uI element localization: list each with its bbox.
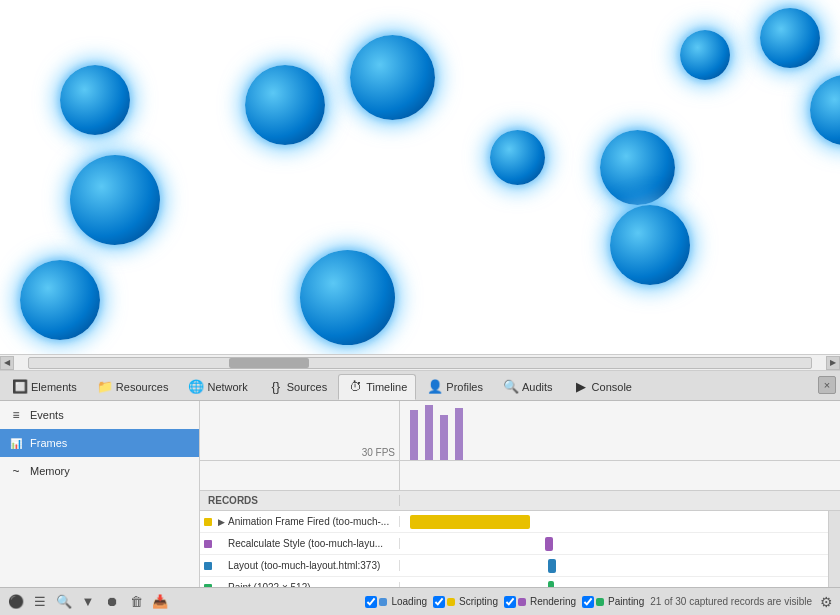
frames-canvas: [400, 401, 840, 460]
trash-button[interactable]: 🗑: [125, 591, 147, 613]
scroll-left-arrow[interactable]: ◀: [0, 356, 14, 370]
records-header-label: RECORDS: [200, 495, 400, 506]
bubble: [70, 155, 160, 245]
record-bar: [548, 581, 554, 587]
elements-icon: 🔲: [12, 379, 28, 395]
bubble: [680, 30, 730, 80]
record-color-indicator: [204, 562, 212, 570]
tab-profiles[interactable]: 👤Profiles: [418, 374, 492, 400]
filter-checkbox-rendering[interactable]: [504, 596, 516, 608]
filter-scripting[interactable]: Scripting: [433, 596, 498, 608]
memory-left: [200, 461, 400, 490]
filter-checkbox-painting[interactable]: [582, 596, 594, 608]
bubble: [760, 8, 820, 68]
sidebar-item-memory[interactable]: ~ Memory: [0, 457, 199, 485]
record-row[interactable]: Recalculate Style (too-much-layu...: [200, 533, 828, 555]
tab-console-label: Console: [592, 381, 632, 393]
devtools-close-button[interactable]: ×: [818, 376, 836, 394]
console-icon: ▶: [573, 379, 589, 395]
filter-label-scripting: Scripting: [459, 596, 498, 607]
memory-icon: ~: [8, 463, 24, 479]
record-expand-toggle: [216, 561, 226, 571]
left-sidebar: ≡ Events 📊 Frames ~ Memory: [0, 401, 200, 587]
records-wrapper: ▶Animation Frame Fired (too-much-...Reca…: [200, 511, 840, 587]
record-color-indicator: [204, 518, 212, 526]
bubble: [245, 65, 325, 145]
resources-icon: 📁: [97, 379, 113, 395]
tab-audits[interactable]: 🔍Audits: [494, 374, 562, 400]
fps-label: 30 FPS: [362, 447, 395, 458]
record-timeline-area: [400, 555, 828, 576]
filter-color-painting: [596, 598, 604, 606]
frames-icon: 📊: [8, 435, 24, 451]
tab-elements[interactable]: 🔲Elements: [3, 374, 86, 400]
tab-network[interactable]: 🌐Network: [179, 374, 256, 400]
bottom-toolbar: ⚫ ☰ 🔍 ▼ ⏺ 🗑 📥 LoadingScriptingRenderingP…: [0, 587, 840, 615]
record-row[interactable]: Paint (1022 × 512): [200, 577, 828, 587]
filter-color-rendering: [518, 598, 526, 606]
horizontal-scrollbar[interactable]: ◀ ▶: [0, 355, 840, 371]
filter-button[interactable]: ▼: [77, 591, 99, 613]
record-name: Layout (too-much-layout.html:373): [228, 560, 380, 571]
tab-bar: 🔲Elements📁Resources🌐Network{}Sources⏱Tim…: [0, 371, 840, 401]
records-scrollbar[interactable]: [828, 511, 840, 587]
record-bar: [548, 559, 556, 573]
search-button[interactable]: 🔍: [53, 591, 75, 613]
sources-icon: {}: [268, 379, 284, 395]
records-list[interactable]: ▶Animation Frame Fired (too-much-...Reca…: [200, 511, 828, 587]
filter-color-scripting: [447, 598, 455, 606]
record-expand-toggle: [216, 539, 226, 549]
scrollbar-track[interactable]: [28, 357, 812, 369]
record-stop[interactable]: ⏺: [101, 591, 123, 613]
timeline-icon: ⏱: [347, 379, 363, 395]
bubble: [60, 65, 130, 135]
filter-loading[interactable]: Loading: [365, 596, 427, 608]
memory-area: [200, 461, 840, 491]
frame-bar: [425, 405, 433, 460]
filter-rendering[interactable]: Rendering: [504, 596, 576, 608]
tab-console[interactable]: ▶Console: [564, 374, 641, 400]
bubble: [350, 35, 435, 120]
tab-sources[interactable]: {}Sources: [259, 374, 336, 400]
filter-checkbox-loading[interactable]: [365, 596, 377, 608]
sidebar-item-events[interactable]: ≡ Events: [0, 401, 199, 429]
clear-button[interactable]: ☰: [29, 591, 51, 613]
bubble: [610, 205, 690, 285]
bubble: [20, 260, 100, 340]
tab-timeline-label: Timeline: [366, 381, 407, 393]
scroll-right-arrow[interactable]: ▶: [826, 356, 840, 370]
record-row[interactable]: ▶Animation Frame Fired (too-much-...: [200, 511, 828, 533]
record-timeline-area: [400, 533, 828, 554]
tab-timeline[interactable]: ⏱Timeline: [338, 374, 416, 400]
tab-audits-label: Audits: [522, 381, 553, 393]
memory-line-area: [400, 461, 840, 490]
frames-fps-label: 30 FPS: [200, 401, 400, 460]
devtools-content: ≡ Events 📊 Frames ~ Memory 30 FPS: [0, 401, 840, 587]
sidebar-item-frames[interactable]: 📊 Frames: [0, 429, 199, 457]
filter-label-rendering: Rendering: [530, 596, 576, 607]
record-row[interactable]: Layout (too-much-layout.html:373): [200, 555, 828, 577]
filter-painting[interactable]: Painting: [582, 596, 644, 608]
tab-resources[interactable]: 📁Resources: [88, 374, 178, 400]
tab-elements-label: Elements: [31, 381, 77, 393]
audits-icon: 🔍: [503, 379, 519, 395]
filter-label-loading: Loading: [391, 596, 427, 607]
records-header: RECORDS 214.000ms 216.000ms 215.000ms 21…: [200, 491, 840, 511]
sidebar-frames-label: Frames: [30, 437, 67, 449]
record-expand-toggle[interactable]: ▶: [216, 517, 226, 527]
scrollbar-thumb[interactable]: [229, 358, 309, 368]
settings-icon[interactable]: ⚙: [816, 592, 836, 612]
filter-section: LoadingScriptingRenderingPainting: [365, 596, 644, 608]
filter-checkbox-scripting[interactable]: [433, 596, 445, 608]
tab-sources-label: Sources: [287, 381, 327, 393]
bubble: [600, 130, 675, 205]
record-color-indicator: [204, 540, 212, 548]
import-button[interactable]: 📥: [149, 591, 171, 613]
network-icon: 🌐: [188, 379, 204, 395]
record-button[interactable]: ⚫: [5, 591, 27, 613]
tab-profiles-label: Profiles: [446, 381, 483, 393]
events-icon: ≡: [8, 407, 24, 423]
filter-color-loading: [379, 598, 387, 606]
frames-chart: 30 FPS: [200, 401, 840, 461]
record-name: Animation Frame Fired (too-much-...: [228, 516, 389, 527]
